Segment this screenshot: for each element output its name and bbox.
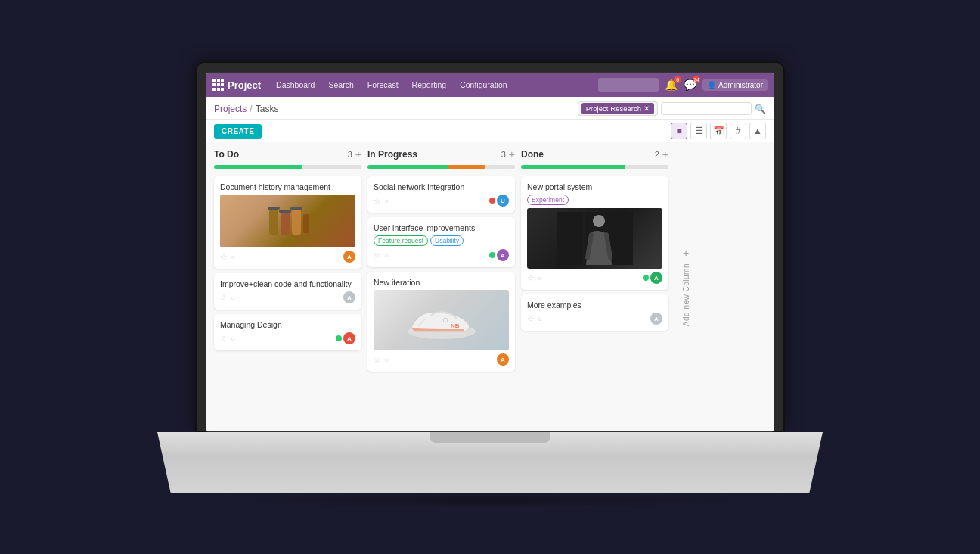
list-view-btn[interactable]: ☰ (690, 123, 707, 139)
message-icon[interactable]: 💬 24 (684, 79, 696, 91)
card-1-check[interactable]: ○ (231, 253, 235, 261)
card-7-status (643, 275, 649, 281)
progress-in-progress-empty (485, 165, 515, 169)
column-todo-header: To Do 3 + (214, 148, 361, 160)
nav-reporting[interactable]: Reporting (409, 79, 450, 91)
card-4-star[interactable]: ☆ (374, 196, 381, 206)
card-new-iteration-footer: ☆ ○ A (374, 353, 509, 366)
card-8-actions: ☆ ○ (527, 314, 542, 324)
nav-menu: Dashboard Search Forecast Reporting Conf… (273, 79, 510, 91)
card-portal-system-title: New portal system (527, 182, 662, 191)
column-todo: To Do 3 + (214, 148, 361, 425)
laptop-body: Project Dashboard Search Forecast Report… (157, 61, 823, 493)
pivot-view-btn[interactable]: # (730, 123, 746, 139)
card-3-actions: ☆ ○ (220, 334, 235, 344)
calendar-view-btn[interactable]: 📅 (710, 123, 727, 139)
card-5-check[interactable]: ○ (384, 251, 389, 260)
admin-button[interactable]: 👤 Administrator (702, 79, 768, 91)
card-4-avatars: U (489, 195, 509, 207)
filter-remove-icon[interactable]: ✕ (644, 104, 650, 113)
nav-search-bar[interactable] (598, 78, 659, 92)
fashion-svg (557, 212, 633, 265)
laptop-container: Project Dashboard Search Forecast Report… (150, 50, 830, 504)
admin-icon: 👤 (707, 81, 716, 89)
column-done: Done 2 + (521, 148, 668, 425)
card-ui-improvements-footer: ☆ ○ A (374, 249, 509, 261)
odoo-app: Project Dashboard Search Forecast Report… (206, 73, 774, 431)
breadcrumb: Projects / Tasks (214, 104, 278, 114)
card-new-iteration-image: NB (374, 290, 509, 350)
svg-rect-6 (290, 207, 302, 210)
progress-in-progress-orange (448, 165, 485, 169)
card-6-check[interactable]: ○ (384, 356, 389, 364)
grid-icon (212, 79, 224, 91)
card-5-star[interactable]: ☆ (374, 251, 381, 260)
card-portal-system-tags: Experiment (527, 195, 662, 205)
notification-icon[interactable]: 🔔 6 (665, 79, 678, 91)
card-social-network[interactable]: Social network integration ☆ ○ U (368, 176, 515, 213)
app-logo: Project (212, 79, 261, 91)
svg-rect-3 (303, 214, 309, 233)
nav-configuration[interactable]: Configuration (457, 79, 510, 91)
nav-right: 🔔 6 💬 24 👤 Administrator (598, 78, 768, 92)
laptop-shadow (225, 493, 755, 508)
card-3-check[interactable]: ○ (231, 335, 235, 343)
breadcrumb-projects[interactable]: Projects (214, 104, 247, 114)
card-3-avatar: A (343, 332, 355, 344)
card-improve-code-title: Improve+clean code and functionality (220, 279, 355, 288)
column-in-progress-add-icon[interactable]: + (509, 148, 515, 160)
card-managing-design[interactable]: Managing Design ☆ ○ A (214, 314, 361, 350)
card-4-check[interactable]: ○ (384, 197, 389, 205)
card-portal-system[interactable]: New portal system Experiment (521, 176, 668, 290)
progress-empty (302, 165, 361, 169)
card-3-avatars: A (336, 332, 355, 344)
card-2-avatar: A (343, 291, 355, 303)
create-button[interactable]: CREATE (214, 124, 262, 138)
filter-project-tag[interactable]: Project Research ✕ (581, 103, 654, 114)
card-8-star[interactable]: ☆ (527, 314, 535, 324)
shoe-svg: NB (404, 297, 479, 343)
card-6-avatar: A (497, 353, 509, 366)
card-ui-improvements[interactable]: User interface improvements Feature requ… (368, 217, 515, 267)
column-todo-add-icon[interactable]: + (355, 148, 361, 160)
graph-view-btn[interactable]: ▲ (749, 123, 766, 139)
card-1-star[interactable]: ☆ (220, 252, 228, 262)
card-7-check[interactable]: ○ (538, 274, 542, 282)
card-document-history[interactable]: Document history management (214, 176, 361, 269)
kanban-view-btn[interactable]: ■ (671, 123, 687, 139)
card-1-actions: ☆ ○ (220, 252, 235, 262)
action-bar: CREATE ■ ☰ 📅 # ▲ (206, 120, 774, 142)
nav-dashboard[interactable]: Dashboard (273, 79, 318, 91)
nav-search[interactable]: Search (325, 79, 356, 91)
breadcrumb-tasks: Tasks (256, 104, 279, 114)
card-6-star[interactable]: ☆ (374, 355, 381, 365)
card-improve-code[interactable]: Improve+clean code and functionality ☆ ○… (214, 273, 361, 310)
search-input[interactable] (661, 102, 752, 115)
card-8-check[interactable]: ○ (538, 315, 542, 323)
card-8-avatar: A (650, 313, 662, 325)
card-7-star[interactable]: ☆ (527, 273, 535, 283)
filter-area: Project Research ✕ 🔍 (578, 101, 766, 116)
app-title: Project (228, 79, 261, 91)
column-done-header: Done 2 + (521, 148, 668, 160)
card-new-iteration[interactable]: New iteration NB (368, 272, 515, 372)
card-5-avatar: A (497, 249, 509, 261)
card-7-actions: ☆ ○ (527, 273, 542, 283)
svg-text:NB: NB (451, 322, 460, 329)
card-2-star[interactable]: ☆ (220, 293, 228, 303)
card-social-network-footer: ☆ ○ U (374, 195, 509, 207)
card-portal-system-footer: ☆ ○ A (527, 272, 662, 284)
add-column-area[interactable]: + Add new Column (675, 148, 697, 425)
card-8-avatars: A (650, 313, 662, 325)
filter-tag-label: Project (586, 104, 609, 113)
card-3-star[interactable]: ☆ (220, 334, 228, 344)
card-2-check[interactable]: ○ (231, 294, 235, 302)
card-managing-design-footer: ☆ ○ A (220, 332, 355, 344)
search-icon[interactable]: 🔍 (755, 104, 766, 114)
column-done-add-icon[interactable]: + (662, 148, 668, 160)
svg-rect-1 (281, 212, 290, 235)
nav-forecast[interactable]: Forecast (364, 79, 402, 91)
svg-point-11 (593, 215, 605, 227)
svg-rect-4 (268, 207, 280, 210)
card-more-examples[interactable]: More examples ☆ ○ A (521, 294, 668, 331)
